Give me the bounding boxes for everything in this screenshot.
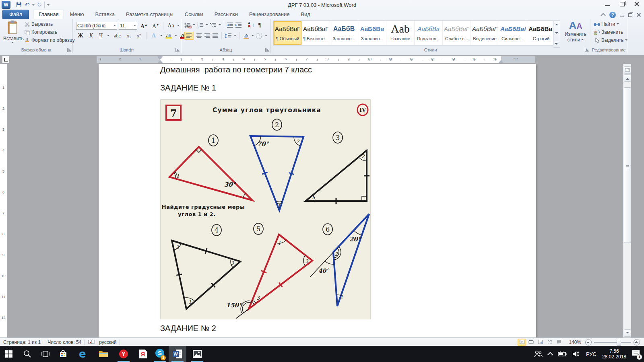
task-view-button[interactable] [37,346,54,362]
tab-file[interactable]: Файл [2,10,29,19]
show-marks-button[interactable]: ¶ [257,21,263,29]
cut-button[interactable]: Вырезать [23,21,76,27]
style-item[interactable]: АаБбВвГгСлабое в... [443,21,471,45]
zoom-slider-thumb[interactable] [617,340,621,346]
align-right-icon[interactable] [204,33,210,38]
word-count[interactable]: Число слов: 54 [47,339,81,345]
zoom-in-button[interactable] [634,339,640,346]
decrease-indent-icon[interactable] [227,22,233,28]
format-painter-button[interactable]: Формат по образцу [23,37,76,43]
highlight-button[interactable]: ab [165,33,172,39]
styles-dialog-launcher-icon[interactable] [585,48,589,52]
highlight-dropdown-icon[interactable] [175,35,177,37]
reading-view-button[interactable] [527,339,535,346]
language-tray-indicator[interactable]: РУС [586,351,597,357]
styles-gallery-scrollbar[interactable] [553,21,560,48]
effects-dropdown-icon[interactable] [160,35,163,37]
bullets-dropdown-icon[interactable] [193,24,195,27]
line-spacing-icon[interactable] [225,33,231,39]
tab-главная[interactable]: Главная [33,10,64,19]
font-size-combobox[interactable]: 11 [119,22,137,30]
ruler-toggle-button[interactable] [624,66,631,74]
line-spacing-dropdown-icon[interactable] [234,35,236,37]
zoom-level[interactable]: 140% [569,339,581,345]
store-button[interactable] [54,346,72,362]
tab-selector[interactable] [2,56,10,64]
clipboard-dialog-launcher-icon[interactable] [67,48,71,52]
style-item[interactable]: АabНазвание [386,21,415,45]
replace-button[interactable]: abac Заменить [593,29,629,35]
gallery-more-icon[interactable] [555,42,559,46]
language-indicator[interactable]: русский [99,339,116,345]
tab-вставка[interactable]: Вставка [90,10,120,19]
scrollbar-thumb[interactable] [624,87,631,243]
shading-dropdown-icon[interactable] [252,35,254,37]
word-taskbar-button[interactable]: W [169,346,186,362]
paragraph-dialog-launcher-icon[interactable] [265,48,269,52]
photos-button[interactable] [188,346,206,362]
italic-button[interactable]: К [88,32,95,40]
tab-разметка-страницы[interactable]: Разметка страницы [120,10,179,19]
sort-button[interactable]: АЯ [248,22,250,28]
font-family-combobox[interactable]: Calibri (Осно [76,22,117,30]
zoom-slider[interactable] [594,342,631,343]
text-effects-button[interactable]: А [150,32,157,40]
zoom-out-button[interactable] [585,339,592,346]
file-explorer-button[interactable] [95,346,112,362]
taskbar-search-button[interactable] [19,346,36,362]
minimize-button[interactable] [605,5,610,6]
paste-button[interactable]: Вставить [3,20,22,45]
style-item[interactable]: АаБбВвЗаголово... [358,21,386,45]
align-left-button[interactable] [184,32,194,40]
tray-expand-icon[interactable] [547,352,553,358]
skype-button[interactable]: S 3 [151,346,169,362]
volume-icon[interactable] [572,351,580,357]
subscript-button[interactable]: x₂ [125,32,132,40]
numbering-dropdown-icon[interactable] [206,24,208,27]
clock[interactable]: 7:56 28.02.2018 [602,348,626,360]
strikethrough-button[interactable]: abe [112,32,122,40]
select-button[interactable]: Выделить [593,37,629,43]
paste-dropdown-icon[interactable] [11,42,14,44]
restore-button[interactable] [620,2,625,6]
document-page[interactable]: Домашняя работа по геометрии 7 класс ЗАД… [99,64,536,337]
grow-font-button[interactable]: А▲ [139,21,149,31]
style-item[interactable]: АаБбВвГгСильное ... [499,21,527,45]
tab-вид[interactable]: Вид [295,10,316,19]
underline-dropdown-icon[interactable] [107,35,109,37]
numbering-icon[interactable]: 123 [197,22,204,28]
change-styles-button[interactable]: AA Изменить стили [563,20,588,43]
gallery-up-icon[interactable] [555,22,558,25]
align-center-icon[interactable] [196,33,202,38]
style-item[interactable]: АаБбВвГг,¶ Без инте... [302,21,330,45]
vertical-scrollbar[interactable] [623,64,631,337]
superscript-button[interactable]: x² [135,32,142,40]
spellcheck-icon[interactable] [88,339,95,345]
style-item[interactable]: АаБбВвПодзагол... [415,21,443,45]
scroll-up-button[interactable] [624,74,631,82]
tab-рецензирование[interactable]: Рецензирование [244,10,295,19]
yandex-browser-button[interactable]: Y [115,346,132,362]
find-button[interactable]: Найти [593,21,629,27]
left-indent-marker[interactable] [158,58,163,63]
people-icon[interactable] [534,350,543,358]
print-layout-view-button[interactable] [518,339,526,346]
style-item[interactable]: АаБбВвГг,Строгий [527,21,553,45]
tab-ссылки[interactable]: Ссылки [179,10,209,19]
outline-view-button[interactable] [545,339,554,346]
horizontal-ruler[interactable]: 3211234567891011121314151617 [97,56,535,63]
bold-button[interactable]: Ж [76,32,85,40]
gallery-down-icon[interactable] [555,32,558,35]
draft-view-button[interactable] [555,339,563,346]
web-layout-view-button[interactable] [536,339,545,346]
multilevel-dropdown-icon[interactable] [219,24,221,27]
underline-button[interactable]: Ч [97,32,104,40]
borders-icon[interactable] [256,33,262,39]
bullets-icon[interactable] [184,22,191,28]
vertical-ruler[interactable]: 123456789101112 [0,64,7,337]
change-case-button[interactable]: Aa [166,22,175,30]
yandex-app-button[interactable]: Я [134,346,152,362]
edge-button[interactable]: e [74,346,92,362]
page-indicator[interactable]: Страница: 1 из 1 [3,339,41,345]
style-item[interactable]: АаБбВЗаголово... [330,21,358,45]
